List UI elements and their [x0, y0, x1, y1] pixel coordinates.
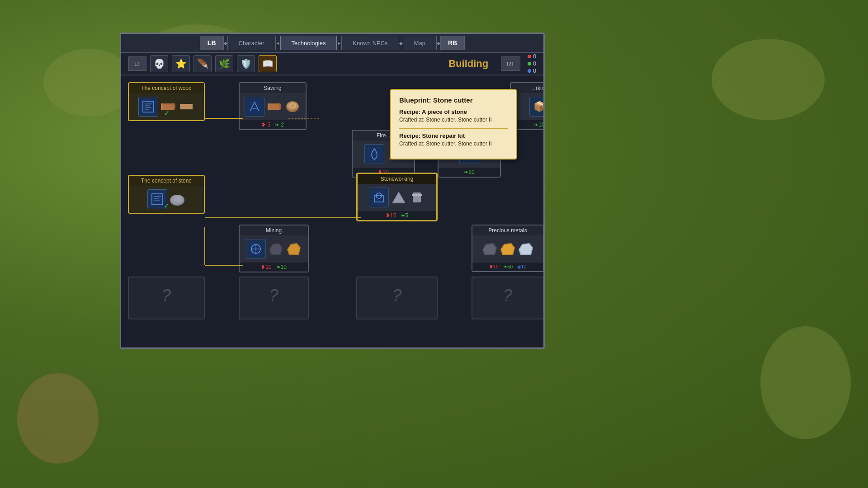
precious-metals-blue-value: 10 [521, 264, 526, 269]
precious-metals-title: Precious metals [472, 225, 543, 235]
resource-dot-red [528, 55, 531, 58]
tooltip-divider [399, 128, 508, 129]
precious-metals-icons [472, 235, 543, 263]
tooltip-recipe2-name: Recipe: Stone repair kit [399, 132, 508, 139]
svg-rect-7 [141, 99, 156, 114]
precious-metals-cost-green: ❧50 [503, 264, 513, 270]
concept-stone-title: The concept of stone [129, 176, 204, 186]
working-icon: 📦 [529, 97, 543, 117]
precious-metal-3-icon [518, 241, 534, 257]
category-bar: LT 💀 ⭐ 🪶 🌿 🛡️ 📖 Building RT 0 0 0 [121, 53, 543, 75]
stoneworking-icons [358, 184, 436, 211]
concept-stone-rock-icon [169, 191, 185, 207]
sawing-green-value: 2 [281, 122, 284, 128]
resource-dot-blue [528, 69, 531, 73]
sawing-stump-icon [284, 99, 301, 115]
stoneworking-blueprint-icon [369, 188, 389, 207]
svg-rect-38 [372, 190, 386, 205]
tech-concept-wood[interactable]: The concept of wood ✓ [128, 82, 205, 121]
cat-leaf[interactable]: 🌿 [215, 55, 233, 72]
mining-green-value: 10 [281, 264, 287, 270]
sawing-red-value: 5 [267, 122, 270, 128]
lb-button[interactable]: LB [200, 36, 224, 50]
tech-unknown-2[interactable]: ? [239, 277, 309, 319]
rb-button[interactable]: RB [440, 36, 465, 50]
unknown-1-mark: ? [129, 277, 204, 314]
tab-map-label: Map [414, 40, 425, 47]
sawing-log-icon [266, 99, 283, 115]
svg-rect-44 [412, 194, 422, 196]
sawing-cost-green: ❧ 2 [275, 122, 284, 128]
stoneworking-tool-icon [409, 189, 425, 206]
mining-red-value: 10 [265, 264, 271, 270]
sawing-red-icon: ❥ [261, 122, 266, 128]
tab-map[interactable]: Map [403, 36, 437, 50]
resource-row-blue: 0 [528, 68, 536, 74]
concept-wood-title: The concept of wood [129, 83, 204, 93]
nav-diamond-1: ◆ [224, 41, 227, 46]
precious-metals-green-value: 50 [507, 264, 513, 269]
cat-feather[interactable]: 🪶 [193, 55, 212, 72]
nav-bar: LB ◆ Character ◄ Technologies ► Known NP… [121, 34, 543, 53]
tech-concept-stone[interactable]: The concept of stone ✓ [128, 175, 205, 214]
nav-diamond-2: ◄ [276, 41, 280, 46]
tech-sawing[interactable]: Sawing ❥ 5 ❧ 2 [239, 82, 307, 130]
rt-button[interactable]: RT [501, 56, 520, 71]
lt-button[interactable]: LT [128, 56, 146, 71]
resource-row-green: 0 [528, 61, 536, 67]
tab-technologies[interactable]: Technologies [280, 36, 337, 50]
precious-metals-costs: ❥10 ❧50 ◈10 [472, 263, 543, 271]
tech-unknown-3[interactable]: ? [356, 277, 438, 319]
stoneworking-green-value: 5 [405, 212, 408, 219]
tech-unknown-1[interactable]: ? [128, 277, 205, 319]
nav-diamond-3: ► [337, 41, 341, 46]
tooltip-recipe2-desc: Crafted at: Stone cutter, Stone cutter I… [399, 140, 508, 148]
tech-precious-metals[interactable]: Precious metals ❥10 ❧50 ◈10 [472, 225, 543, 272]
working-cost-green: ❧10 [534, 122, 543, 128]
tab-known-npcs[interactable]: Known NPCs [341, 36, 399, 50]
mining-rock-icon [268, 241, 284, 257]
precious-metal-2-icon [500, 241, 516, 257]
tab-technologies-label: Technologies [292, 40, 326, 47]
sawing-icons [240, 93, 306, 120]
precious-metals-cost-red: ❥10 [489, 264, 499, 270]
tab-character[interactable]: Character [227, 36, 276, 50]
stone-cutter-cost-green: ❧20 [464, 169, 474, 175]
cat-star[interactable]: ⭐ [172, 55, 190, 72]
tab-character-label: Character [239, 40, 264, 47]
stoneworking-costs: ❥15 ❧5 [358, 211, 436, 220]
concept-wood-plank-icon [178, 99, 194, 115]
unknown-4-mark: ? [472, 277, 543, 314]
mining-title: Mining [240, 225, 308, 235]
nav-diamond-5: ◆ [437, 41, 440, 46]
mining-costs: ❥10 ❧10 [240, 263, 308, 272]
precious-metals-red-value: 10 [493, 264, 499, 269]
tech-unknown-4[interactable]: ? [472, 277, 543, 319]
concept-stone-checkmark: ✓ [164, 202, 170, 210]
svg-marker-42 [393, 192, 405, 202]
category-title: Building [448, 58, 488, 70]
stoneworking-stone-icon [391, 189, 407, 206]
resource-value-red: 0 [533, 53, 536, 60]
precious-metals-cost-blue: ◈10 [517, 264, 526, 270]
resource-row-red: 0 [528, 53, 536, 60]
stoneworking-cost-red: ❥15 [386, 212, 396, 219]
stoneworking-cost-green: ❧5 [401, 212, 408, 219]
tech-content: The concept of wood ✓ Sawing [121, 75, 543, 347]
precious-metal-1-icon [481, 241, 498, 257]
tooltip-title: Blueprint: Stone cutter [399, 96, 508, 104]
svg-rect-43 [413, 192, 421, 202]
mining-cost-green: ❧10 [276, 264, 287, 270]
sawing-title: Sawing [240, 83, 306, 93]
cat-shield[interactable]: 🛡️ [237, 55, 255, 72]
sawing-costs: ❥ 5 ❧ 2 [240, 120, 306, 129]
mining-icons [240, 235, 308, 263]
cat-book[interactable]: 📖 [259, 55, 277, 72]
tech-stoneworking[interactable]: Stoneworking ❥15 ❧5 [356, 173, 438, 221]
cat-skull[interactable]: 💀 [150, 55, 168, 72]
nav-diamond-4: ◆ [399, 41, 403, 46]
svg-point-27 [291, 104, 294, 107]
resource-value-green: 0 [533, 61, 536, 67]
working-green-value: 10 [538, 122, 543, 128]
tech-mining[interactable]: Mining ❥10 ❧10 [239, 225, 309, 272]
